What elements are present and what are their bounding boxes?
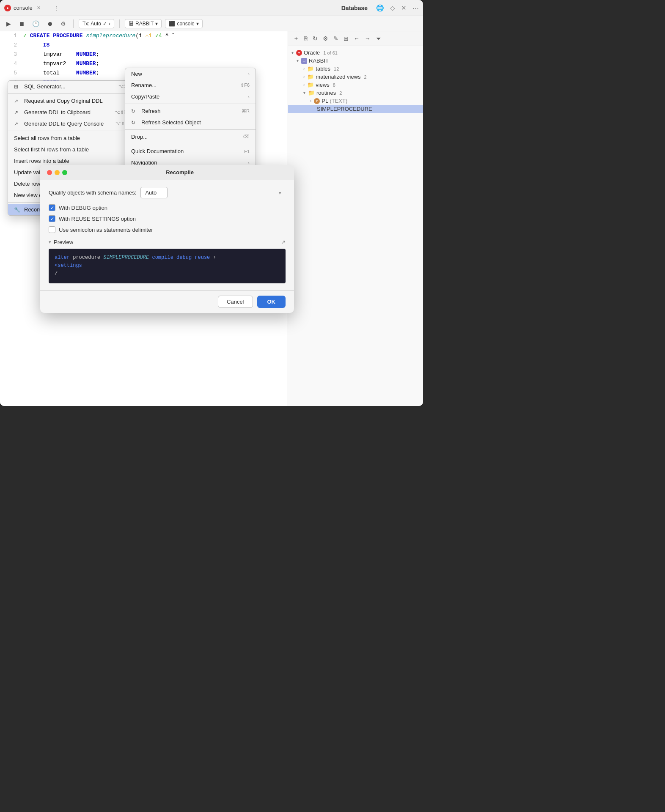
preview-section-label: Preview: [54, 239, 73, 245]
debug-check-icon: ✓: [50, 205, 54, 211]
reuse-label: With REUSE SETTINGS option: [59, 216, 136, 222]
dialog-title: Recompile: [72, 169, 287, 176]
dialog-window-controls: [47, 170, 67, 175]
dialog-body: Qualify objects with schema names: Auto …: [40, 180, 294, 290]
ok-button[interactable]: OK: [257, 296, 286, 308]
qualify-select-wrapper: Auto Always Never ▾: [140, 187, 286, 198]
dialog-footer: Cancel OK: [40, 290, 294, 313]
semicolon-checkbox-row: Use semicolon as statements delimiter: [49, 226, 286, 233]
preview-line-1: alter procedure SIMPLEPROCEDURE compile …: [55, 254, 280, 262]
dialog-close-dot[interactable]: [47, 170, 52, 175]
dialog-maximize-dot[interactable]: [62, 170, 67, 175]
semicolon-checkbox[interactable]: [49, 226, 55, 233]
reuse-check-icon: ✓: [50, 216, 54, 222]
preview-box: alter procedure SIMPLEPROCEDURE compile …: [49, 249, 286, 283]
reuse-checkbox-row: ✓ With REUSE SETTINGS option: [49, 215, 286, 222]
semicolon-label: Use semicolon as statements delimiter: [59, 227, 153, 233]
dialog-minimize-dot[interactable]: [55, 170, 60, 175]
debug-label: With DEBUG option: [59, 205, 107, 211]
debug-checkbox-row: ✓ With DEBUG option: [49, 204, 286, 211]
reuse-checkbox[interactable]: ✓: [49, 215, 55, 222]
select-arrow-icon: ▾: [279, 190, 281, 195]
qualify-label: Qualify objects with schema names:: [49, 189, 136, 196]
qualify-row: Qualify objects with schema names: Auto …: [49, 187, 286, 198]
debug-checkbox[interactable]: ✓: [49, 204, 55, 211]
preview-line-3: /: [55, 270, 280, 278]
dialog-overlay: Recompile Qualify objects with schema na…: [0, 0, 423, 406]
preview-external-icon[interactable]: ↗: [281, 239, 286, 245]
cancel-button[interactable]: Cancel: [218, 296, 253, 308]
preview-line-2: <settings: [55, 262, 280, 270]
preview-section-header[interactable]: ▾ Preview ↗: [49, 239, 286, 245]
preview-expand-icon: ▾: [49, 239, 51, 245]
qualify-select[interactable]: Auto Always Never: [140, 187, 168, 198]
dialog-title-bar: Recompile: [40, 165, 294, 180]
recompile-dialog: Recompile Qualify objects with schema na…: [40, 165, 294, 313]
